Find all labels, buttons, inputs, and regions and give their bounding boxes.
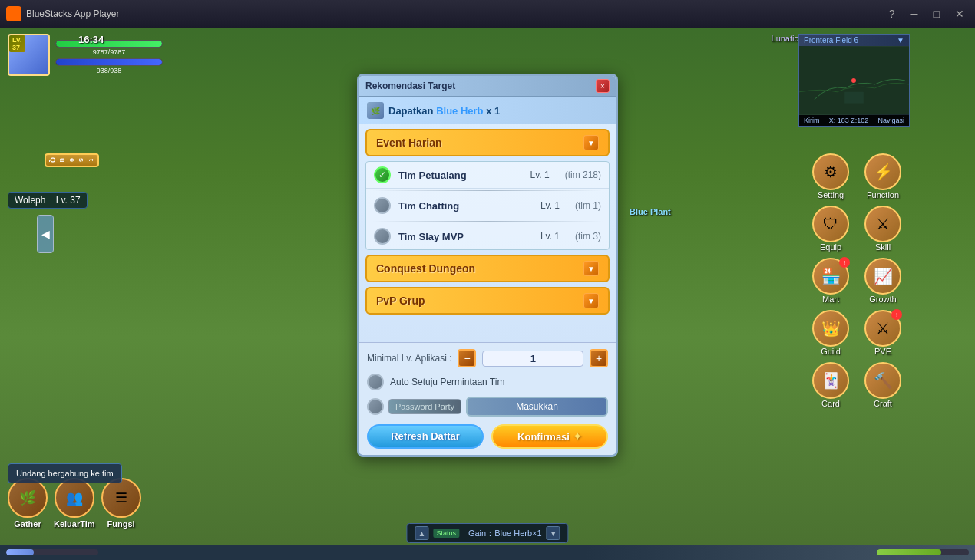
team-level: Lv. 1 xyxy=(540,231,560,242)
auto-approve-label: Auto Setuju Permintaan Tim xyxy=(390,377,504,387)
dialog-bottom-section: Minimal Lv. Aplikasi : − 1 + Auto Setuju… xyxy=(359,342,616,455)
confirm-button[interactable]: Konfirmasi ✦ xyxy=(491,424,608,449)
dialog-bottom-buttons: Refresh Daftar Konfirmasi ✦ xyxy=(367,424,608,449)
stepper-plus-button[interactable]: + xyxy=(590,349,608,367)
pvp-grup-header[interactable]: PvP Grup ▼ xyxy=(365,287,610,315)
title-bar: BlueStacks App Player ? ─ □ ✕ xyxy=(0,0,975,28)
status-progress-fill-right xyxy=(877,549,941,555)
dialog-overlay: Rekomendasi Target × 🌿 Dapatkan Blue Her… xyxy=(0,28,975,545)
confirm-star-icon: ✦ xyxy=(573,430,582,443)
divider xyxy=(372,190,603,191)
stepper-minus-button[interactable]: − xyxy=(458,349,476,367)
minimal-lv-row: Minimal Lv. Aplikasi : − 1 + xyxy=(367,349,608,367)
team-list: ✓ Tim Petualang Lv. 1 (tim 218) Tim Chat… xyxy=(365,161,610,250)
status-bar xyxy=(0,545,975,560)
subtitle-item: Blue Herb xyxy=(436,105,483,117)
conquest-dungeon-arrow: ▼ xyxy=(583,261,599,276)
help-button[interactable]: ? xyxy=(884,6,900,21)
subtitle-suffix: x 1 xyxy=(486,105,500,117)
team-name: Tim Slay MVP xyxy=(398,231,533,242)
minimize-button[interactable]: ─ xyxy=(906,6,923,21)
status-progress-fill xyxy=(6,549,34,555)
dialog-subtitle: 🌿 Dapatkan Blue Herb x 1 xyxy=(359,97,616,124)
app-logo xyxy=(6,6,21,21)
team-id: (tim 218) xyxy=(565,170,601,180)
window-controls: ? ─ □ ✕ xyxy=(884,6,969,21)
event-harian-header[interactable]: Event Harian ▼ xyxy=(365,129,610,156)
dialog-close-button[interactable]: × xyxy=(596,79,610,93)
team-name: Tim Petualang xyxy=(398,170,523,181)
team-status-empty xyxy=(374,228,391,245)
stepper-value: 1 xyxy=(482,351,583,367)
app-title: BlueStacks App Player xyxy=(26,8,884,19)
conquest-dungeon-header[interactable]: Conquest Dungeon ▼ xyxy=(365,255,610,282)
table-row[interactable]: Tim Slay MVP Lv. 1 (tim 3) xyxy=(366,223,609,249)
table-row[interactable]: ✓ Tim Petualang Lv. 1 (tim 218) xyxy=(366,162,609,189)
team-level: Lv. 1 xyxy=(540,200,560,211)
team-name: Tim Chatting xyxy=(398,200,533,212)
confirm-label: Konfirmasi xyxy=(517,431,570,443)
close-button[interactable]: ✕ xyxy=(950,6,969,21)
minimal-lv-label: Minimal Lv. Aplikasi : xyxy=(367,353,451,364)
dialog-spacer xyxy=(359,319,616,342)
conquest-dungeon-label: Conquest Dungeon xyxy=(376,262,475,275)
team-id: (tim 3) xyxy=(575,231,601,242)
password-input[interactable]: Masukkan xyxy=(466,397,608,417)
divider xyxy=(372,221,603,222)
team-status-checked: ✓ xyxy=(374,166,391,183)
herb-icon: 🌿 xyxy=(367,102,384,119)
event-harian-label: Event Harian xyxy=(376,137,442,149)
password-party-label: Password Party xyxy=(388,399,461,414)
password-toggle[interactable] xyxy=(367,398,384,415)
dialog-title: Rekomendasi Target xyxy=(365,81,455,91)
refresh-button[interactable]: Refresh Daftar xyxy=(367,424,484,449)
team-id: (tim 1) xyxy=(575,200,601,211)
auto-approve-toggle[interactable] xyxy=(367,374,384,390)
status-progress-bar-right xyxy=(877,549,969,555)
status-bar-right xyxy=(877,549,969,555)
password-row: Password Party Masukkan xyxy=(367,397,608,417)
pvp-grup-arrow: ▼ xyxy=(583,293,599,308)
party-dialog: Rekomendasi Target × 🌿 Dapatkan Blue Her… xyxy=(357,74,618,457)
pvp-grup-label: PvP Grup xyxy=(376,295,425,307)
team-level: Lv. 1 xyxy=(530,170,550,180)
subtitle-prefix: Dapatkan xyxy=(388,105,436,117)
team-status-empty xyxy=(374,197,391,214)
table-row[interactable]: Tim Chatting Lv. 1 (tim 1) xyxy=(366,193,609,219)
dialog-subtitle-text: Dapatkan Blue Herb x 1 xyxy=(388,105,500,117)
status-progress-bar xyxy=(6,549,98,555)
auto-approve-row: Auto Setuju Permintaan Tim xyxy=(367,374,608,390)
dialog-titlebar: Rekomendasi Target × xyxy=(359,76,616,97)
maximize-button[interactable]: □ xyxy=(929,6,944,21)
event-harian-arrow: ▼ xyxy=(583,135,599,150)
